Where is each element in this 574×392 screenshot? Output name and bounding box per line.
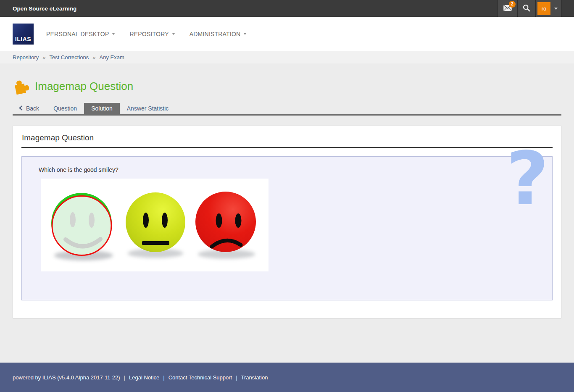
topbar: Open Source eLearning 2 ro: [0, 0, 574, 17]
nav-label: ADMINISTRATION: [190, 31, 241, 37]
back-label: Back: [26, 105, 39, 112]
page-title-row: Imagemap Question: [13, 79, 561, 94]
breadcrumb-repository[interactable]: Repository: [13, 54, 39, 61]
app-title: Open Source eLearning: [13, 5, 76, 12]
breadcrumb-test-corrections[interactable]: Test Corrections: [49, 54, 89, 61]
panel-heading: Imagemap Question: [21, 132, 553, 148]
breadcrumb: Repository » Test Corrections » Any Exam: [0, 51, 574, 63]
question-panel: Imagemap Question ? Which one is the goo…: [13, 126, 561, 318]
question-watermark-icon: ?: [506, 142, 549, 216]
breadcrumb-separator: »: [92, 54, 95, 61]
main-content: Imagemap Question Back Question Solution…: [0, 79, 574, 318]
question-text: Which one is the good smiley?: [39, 166, 552, 173]
chevron-down-icon: [172, 33, 175, 35]
footer-separator: |: [163, 374, 164, 381]
ilias-logo[interactable]: ILIAS: [13, 24, 34, 45]
mail-button[interactable]: 2: [498, 0, 517, 17]
search-button[interactable]: [517, 0, 535, 17]
powered-by-text: powered by ILIAS (v5.4.0 Alpha 2017-11-2…: [13, 374, 120, 381]
nav-personal-desktop[interactable]: PERSONAL DESKTOP: [46, 31, 115, 37]
footer-separator: |: [236, 374, 237, 381]
question-box: ? Which one is the good smiley?: [21, 156, 553, 300]
nav-label: PERSONAL DESKTOP: [46, 31, 109, 37]
tab-question[interactable]: Question: [46, 103, 84, 114]
footer-separator: |: [124, 374, 125, 381]
nav-administration[interactable]: ADMINISTRATION: [190, 31, 247, 37]
mail-badge: 2: [509, 1, 516, 8]
smileys-image: [41, 179, 269, 271]
main-navigation: PERSONAL DESKTOP REPOSITORY ADMINISTRATI…: [46, 31, 247, 37]
avatar: ro: [537, 2, 550, 15]
imagemap-image[interactable]: [41, 179, 269, 271]
footer-link-legal-notice[interactable]: Legal Notice: [129, 374, 159, 381]
tab-bar: Back Question Solution Answer Statistic: [13, 103, 561, 116]
topbar-actions: 2 ro: [498, 0, 562, 17]
footer-link-translation[interactable]: Translation: [241, 374, 268, 381]
neutral-smiley-hotspot[interactable]: [126, 192, 185, 252]
tab-solution[interactable]: Solution: [84, 103, 120, 114]
puzzle-icon: [11, 77, 30, 95]
page-title: Imagemap Question: [35, 80, 133, 93]
footer: powered by ILIAS (v5.4.0 Alpha 2017-11-2…: [0, 363, 574, 392]
chevron-left-icon: [19, 105, 23, 112]
back-button[interactable]: Back: [13, 103, 46, 114]
search-icon: [523, 4, 530, 13]
breadcrumb-any-exam[interactable]: Any Exam: [100, 54, 124, 61]
nav-repository[interactable]: REPOSITORY: [129, 31, 175, 37]
ilias-logo-text: ILIAS: [15, 36, 31, 42]
chevron-down-icon: [554, 8, 558, 10]
footer-link-contact-technical-support[interactable]: Contact Technical Support: [169, 374, 232, 381]
chevron-down-icon: [243, 33, 247, 35]
nav-label: REPOSITORY: [129, 31, 169, 37]
sad-smiley-hotspot[interactable]: [195, 192, 256, 252]
user-menu-button[interactable]: ro: [535, 0, 561, 17]
happy-smiley-hotspot[interactable]: [51, 193, 112, 255]
tab-answer-statistic[interactable]: Answer Statistic: [120, 103, 176, 114]
chevron-down-icon: [112, 33, 115, 35]
main-header: ILIAS PERSONAL DESKTOP REPOSITORY ADMINI…: [0, 17, 574, 51]
breadcrumb-separator: »: [42, 54, 45, 61]
